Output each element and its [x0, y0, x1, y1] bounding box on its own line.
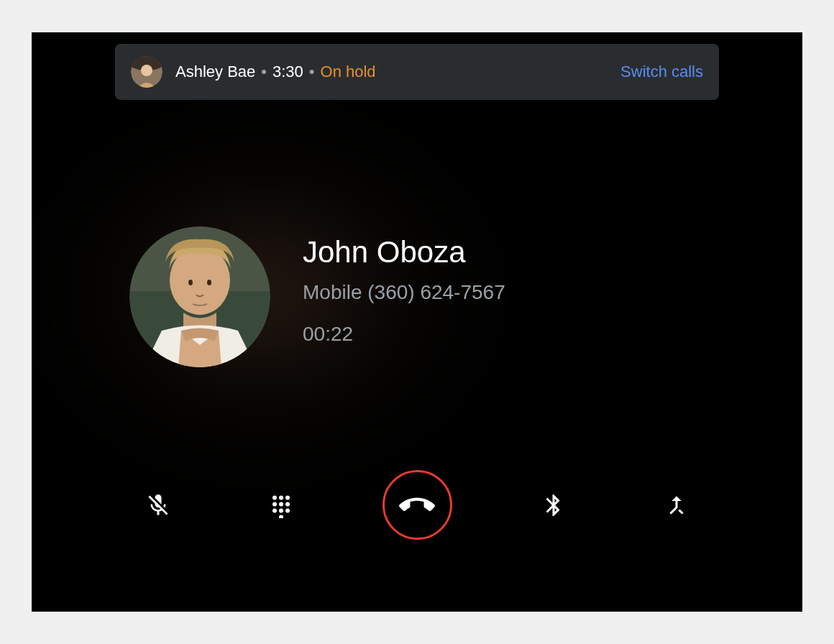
- caller-phone: Mobile (360) 624-7567: [303, 281, 505, 304]
- bluetooth-icon: [541, 492, 567, 518]
- hold-call-banner: Ashley Bae • 3:30 • On hold Switch calls: [115, 44, 719, 100]
- merge-calls-button[interactable]: [655, 484, 698, 527]
- dialpad-icon: [268, 492, 294, 518]
- dialpad-button[interactable]: [260, 484, 303, 527]
- svg-point-2: [141, 65, 152, 76]
- svg-point-12: [272, 502, 277, 506]
- svg-point-8: [207, 280, 211, 285]
- caller-name: John Oboza: [303, 235, 505, 270]
- call-controls-bar: [32, 470, 802, 540]
- end-call-icon: [399, 487, 435, 523]
- svg-point-18: [279, 515, 283, 518]
- svg-point-13: [279, 502, 283, 506]
- svg-point-16: [279, 508, 283, 512]
- mic-off-icon: [145, 492, 171, 518]
- hold-status: On hold: [321, 63, 376, 81]
- active-caller-info: John Oboza Mobile (360) 624-7567 00:22: [129, 226, 505, 367]
- hold-banner-text: Ashley Bae • 3:30 • On hold: [175, 63, 620, 81]
- call-screen: Ashley Bae • 3:30 • On hold Switch calls: [32, 32, 802, 612]
- svg-point-9: [272, 495, 277, 500]
- svg-point-17: [285, 508, 290, 512]
- caller-avatar: [129, 226, 270, 367]
- switch-calls-button[interactable]: Switch calls: [620, 63, 703, 81]
- separator: •: [261, 63, 267, 81]
- hold-call-time: 3:30: [272, 63, 303, 81]
- svg-point-15: [272, 508, 277, 512]
- svg-point-7: [188, 280, 193, 285]
- mute-button[interactable]: [137, 484, 180, 527]
- svg-point-10: [279, 495, 283, 500]
- svg-point-14: [285, 502, 290, 506]
- merge-calls-icon: [664, 492, 689, 518]
- call-duration: 00:22: [303, 323, 505, 346]
- separator: •: [309, 63, 315, 81]
- bluetooth-button[interactable]: [532, 484, 575, 527]
- caller-text-block: John Oboza Mobile (360) 624-7567 00:22: [303, 226, 505, 346]
- svg-point-11: [285, 495, 290, 500]
- hold-caller-avatar: [131, 56, 162, 88]
- end-call-button[interactable]: [382, 470, 452, 540]
- hold-caller-name: Ashley Bae: [175, 63, 255, 81]
